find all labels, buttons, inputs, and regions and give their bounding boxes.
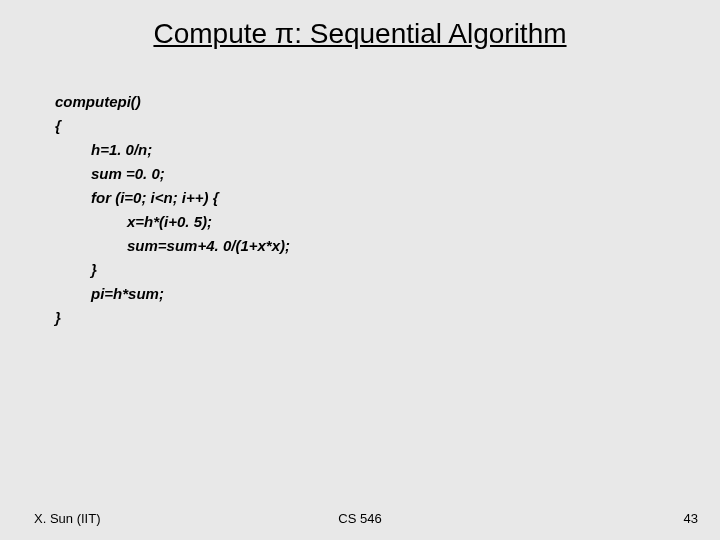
code-line: sum=sum+4. 0/(1+x*x); [55,234,720,258]
code-line: } [55,258,720,282]
footer-author: X. Sun (IIT) [34,511,100,526]
code-block: computepi() { h=1. 0/n; sum =0. 0; for (… [55,90,720,330]
code-line: sum =0. 0; [55,162,720,186]
footer-course: CS 546 [338,511,381,526]
code-line: { [55,114,720,138]
code-line: x=h*(i+0. 5); [55,210,720,234]
slide-title: Compute π: Sequential Algorithm [0,18,720,50]
code-line: for (i=0; i<n; i++) { [55,186,720,210]
code-line: computepi() [55,90,720,114]
code-line: h=1. 0/n; [55,138,720,162]
footer-page-number: 43 [684,511,698,526]
code-line: } [55,306,720,330]
code-line: pi=h*sum; [55,282,720,306]
